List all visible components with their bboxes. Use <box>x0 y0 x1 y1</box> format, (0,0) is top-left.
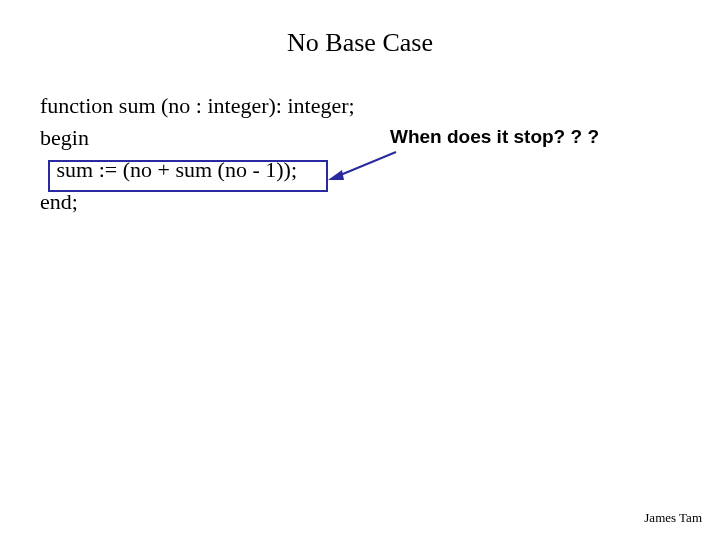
svg-line-0 <box>338 152 396 176</box>
slide-title: No Base Case <box>0 28 720 58</box>
author-footer: James Tam <box>644 510 702 526</box>
arrow-icon <box>328 152 398 180</box>
code-line-2: begin <box>40 125 89 150</box>
code-block: function sum (no : integer): integer; be… <box>40 90 355 218</box>
code-line-4: end; <box>40 189 78 214</box>
svg-marker-1 <box>328 170 344 180</box>
code-line-1: function sum (no : integer): integer; <box>40 93 355 118</box>
highlight-box <box>48 160 328 192</box>
annotation-text: When does it stop? ? ? <box>390 126 599 148</box>
